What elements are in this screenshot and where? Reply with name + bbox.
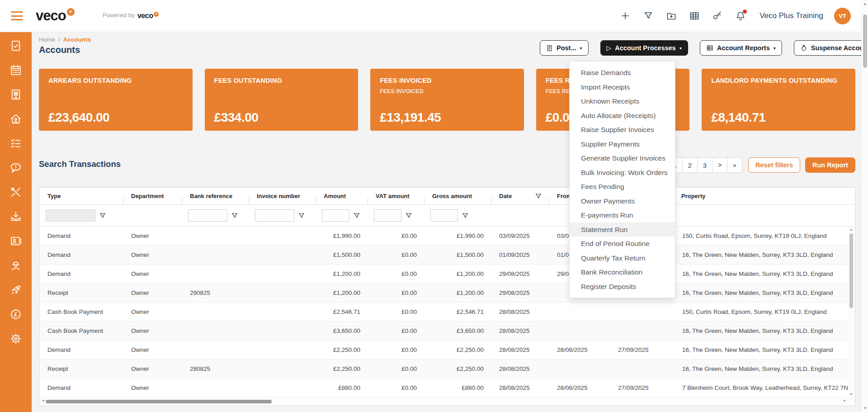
kpi-card[interactable]: FEES INVOICED FEES INVOICED £13,191.45 <box>370 69 524 131</box>
invoice-number-filter-input[interactable] <box>255 209 294 222</box>
kpi-card[interactable]: LANDLORD PAYMENTS OUTSTANDING £8,140.71 <box>702 69 855 131</box>
table-row[interactable]: Demand Owner £2,250.00 £0.00 £2,250.00 2… <box>39 341 855 360</box>
scroll-down-icon[interactable]: ▼ <box>848 393 854 396</box>
menu-item[interactable]: Raise Supplier Invoices <box>570 123 675 137</box>
column-header-type[interactable]: Type <box>39 193 123 199</box>
plus-icon[interactable] <box>620 10 631 21</box>
bank-reference-funnel-icon[interactable] <box>231 213 238 218</box>
column-header-bank-reference[interactable]: Bank reference <box>182 193 249 199</box>
bank-reference-filter-input[interactable] <box>188 209 227 222</box>
vat-amount-filter-input[interactable] <box>374 209 401 222</box>
menu-item[interactable]: Generate Supplier Invoices <box>570 151 675 166</box>
scroll-up-icon[interactable]: ▲ <box>862 2 868 6</box>
action-buttons: Post... ▾ ▷ Account Processes ▾ Account … <box>540 40 868 56</box>
menu-item[interactable]: Quarterly Tax Return <box>570 251 675 265</box>
column-header-date[interactable]: Date <box>491 193 549 199</box>
kpi-card[interactable]: ARREARS OUTSTANDING £23,640.00 <box>39 69 193 131</box>
column-header-vat-amount[interactable]: VAT amount <box>368 193 424 199</box>
last-page-button[interactable]: » <box>727 157 742 173</box>
menu-item[interactable]: Bank Reconciliation <box>570 265 675 279</box>
date-filter-icon[interactable] <box>535 193 542 199</box>
menu-item[interactable]: Unknown Receipts <box>570 94 675 109</box>
column-header-department[interactable]: Department <box>123 193 182 199</box>
window-scroll-thumb[interactable] <box>863 14 867 68</box>
column-header-property[interactable]: Property <box>673 193 855 199</box>
column-header-gross-amount[interactable]: Gross amount <box>424 193 491 199</box>
table-row[interactable]: Demand Owner £880.00 £0.00 £880.00 28/08… <box>39 379 855 398</box>
table-row[interactable]: Demand Owner £1,990.00 £0.00 £1,990.00 0… <box>39 227 855 246</box>
menu-item[interactable]: Register Deposits <box>570 279 675 294</box>
post-button[interactable]: Post... ▾ <box>540 40 589 56</box>
home-person-icon[interactable] <box>9 113 22 125</box>
type-filter-funnel-icon[interactable] <box>99 213 106 218</box>
menu-item[interactable]: Supplier Payments <box>570 137 675 152</box>
menu-item[interactable]: Bulk Invoicing: Work Orders <box>570 166 675 180</box>
table-icon[interactable] <box>689 10 700 21</box>
hamburger-menu-icon[interactable] <box>11 11 23 20</box>
cell-vat-amount: £0.00 <box>368 384 424 391</box>
menu-item[interactable]: E-payments Run <box>570 208 675 223</box>
gear-icon[interactable] <box>9 332 22 345</box>
window-scrollbar[interactable]: ▲ ▼ <box>861 0 868 412</box>
account-name[interactable]: Veco Plus Training <box>760 11 823 20</box>
account-reports-button[interactable]: Account Reports ▾ <box>700 40 782 56</box>
table-row[interactable]: Cash Book Payment Owner £2,546.71 £0.00 … <box>39 303 855 322</box>
clipboard-check-icon[interactable] <box>9 39 22 52</box>
download-tray-icon[interactable] <box>9 210 22 223</box>
filter-icon[interactable] <box>643 10 654 21</box>
table-row[interactable]: Receipt Owner 280825 £2,250.00 £0.00 £2,… <box>39 360 855 379</box>
rocket-icon[interactable] <box>9 284 22 296</box>
page-3-button[interactable]: 3 <box>697 157 712 173</box>
pound-icon[interactable]: £ <box>9 308 22 321</box>
tools-icon[interactable] <box>9 186 22 199</box>
horizontal-scroll-thumb[interactable] <box>46 400 272 403</box>
folder-download-icon[interactable] <box>666 10 677 21</box>
gross-amount-filter-input[interactable] <box>430 209 458 222</box>
table-row[interactable]: Cash Book Payment Owner £3,650.00 £0.00 … <box>39 322 855 341</box>
menu-item[interactable]: Auto Allocate (Receipts) <box>570 109 675 123</box>
bell-icon[interactable] <box>735 10 746 21</box>
checklist-icon[interactable] <box>9 137 22 150</box>
next-page-button[interactable]: > <box>712 157 727 173</box>
run-report-button[interactable]: Run Report <box>805 157 855 173</box>
amount-filter-input[interactable] <box>322 209 349 222</box>
table-row[interactable]: Demand Owner £1,200.00 £0.00 £1,200.00 2… <box>39 265 855 284</box>
menu-item[interactable]: Fees Pending <box>570 180 675 194</box>
amount-funnel-icon[interactable] <box>354 213 360 218</box>
scroll-left-icon[interactable]: ◄ <box>42 399 45 402</box>
vertical-scroll-thumb[interactable] <box>849 233 853 308</box>
user-avatar[interactable]: VT <box>834 8 851 24</box>
column-header-amount[interactable]: Amount <box>316 193 368 199</box>
table-vertical-scrollbar[interactable]: ▲ ▼ <box>848 227 854 397</box>
reset-filters-button[interactable]: Reset filters <box>748 157 800 173</box>
chat-alert-icon[interactable] <box>9 161 22 174</box>
worker-icon[interactable] <box>9 259 22 272</box>
key-icon[interactable] <box>712 10 723 21</box>
menu-item[interactable]: Owner Payments <box>570 194 675 208</box>
calendar-icon[interactable] <box>9 64 22 76</box>
scroll-right-icon[interactable]: ► <box>843 399 846 402</box>
menu-item[interactable]: End of Period Routine <box>570 237 675 251</box>
page-2-button[interactable]: 2 <box>682 157 698 173</box>
menu-item[interactable]: Raise Demands <box>570 66 675 80</box>
table-horizontal-scrollbar[interactable]: ◄ ► <box>40 397 854 405</box>
account-processes-button[interactable]: ▷ Account Processes ▾ <box>600 40 688 56</box>
breadcrumb-home[interactable]: Home <box>39 36 55 43</box>
contact-card-icon[interactable] <box>9 235 22 247</box>
gross-amount-funnel-icon[interactable] <box>462 213 468 218</box>
vat-amount-funnel-icon[interactable] <box>406 213 412 218</box>
scroll-down-icon[interactable]: ▼ <box>862 406 868 410</box>
suspense-accounts-button[interactable]: Suspense Accounts <box>794 40 868 56</box>
table-row[interactable]: Receipt Owner 290825 £1,200.00 £0.00 £1,… <box>39 284 855 303</box>
powered-plus-icon: + <box>154 12 159 17</box>
column-header-invoice-number[interactable]: Invoice number <box>249 193 316 199</box>
kpi-card-title: ARREARS OUTSTANDING <box>48 76 183 85</box>
kpi-card[interactable]: FEES OUTSTANDING £334.00 <box>205 69 359 131</box>
menu-item[interactable]: Statement Run <box>570 223 675 237</box>
scroll-up-icon[interactable]: ▲ <box>848 228 854 231</box>
section-title: Search Transactions <box>39 159 121 169</box>
table-row[interactable]: Demand Owner £1,500.00 £0.00 £1,500.00 0… <box>39 246 855 265</box>
building-icon[interactable] <box>9 88 22 101</box>
invoice-number-funnel-icon[interactable] <box>298 213 305 218</box>
menu-item[interactable]: Import Receipts <box>570 80 675 95</box>
